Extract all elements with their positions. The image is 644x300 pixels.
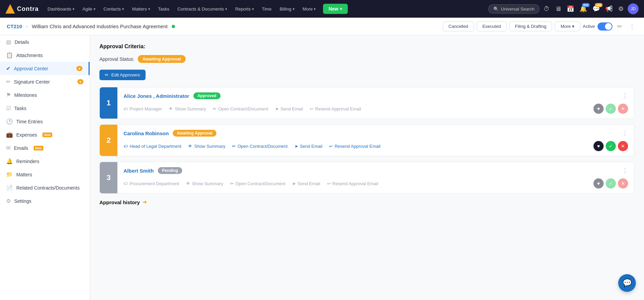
- approver-more-options-1[interactable]: ⋮: [622, 92, 628, 100]
- breadcrumb-bar: CT210 - William Chris and Advanced Indus…: [0, 18, 644, 35]
- reply-icon: ↩: [329, 144, 333, 149]
- sidebar-item-matters[interactable]: 📁 Matters: [0, 168, 90, 181]
- timer-icon-btn[interactable]: ⏱: [542, 4, 551, 14]
- approver-status-1: Approved: [193, 92, 221, 99]
- approve-btn-3[interactable]: ✓: [606, 178, 616, 189]
- nav-tasks[interactable]: Tasks: [155, 4, 173, 14]
- nav-agile[interactable]: Agile ▾: [79, 4, 99, 14]
- approver-number-3: 3: [100, 162, 117, 193]
- sidebar-item-reminders[interactable]: 🔔 Reminders: [0, 155, 90, 168]
- approver-name-2[interactable]: Carolina Robinson: [124, 130, 169, 136]
- approver-card-1: 1 Alice Jones , Administrator Approved ⋮…: [99, 87, 634, 119]
- chevron-down-icon: ▾: [314, 7, 316, 11]
- edit-icon-btn[interactable]: ✏: [615, 21, 624, 32]
- matter-title: William Chris and Advanced Industries Pu…: [32, 23, 168, 29]
- nav-billing[interactable]: Billing ▾: [276, 4, 298, 14]
- approver-actions-3: 🏷 Procurement Department 👁 Show Summary …: [124, 178, 628, 189]
- edit-approvers-button[interactable]: ✏ Edit Approvers: [99, 70, 146, 80]
- open-contract-link-2[interactable]: ✏ Open Contract/Document: [232, 144, 287, 149]
- tag-icon: 🏷: [124, 106, 128, 111]
- approver-name-1[interactable]: Alice Jones , Administrator: [124, 93, 189, 99]
- approver-number-1: 1: [100, 87, 117, 119]
- chevron-down-icon: ▾: [148, 7, 150, 11]
- nav-dashboards[interactable]: Dashboards ▾: [44, 4, 78, 14]
- approve-btn-1[interactable]: ✓: [606, 104, 616, 114]
- sidebar-item-time-entries[interactable]: 🕐 Time Entries: [0, 115, 90, 128]
- notifications-btn[interactable]: 🔔 809: [578, 4, 588, 14]
- heart-btn-3[interactable]: ♥: [593, 178, 604, 189]
- main-layout: ▤ Details 📋 Attachments ✔ Approval Cente…: [0, 35, 644, 300]
- approver-header-2: Carolina Robinson Awaiting Approval ⋮: [124, 129, 628, 137]
- document-icon: ✏: [232, 144, 236, 149]
- show-summary-link-1[interactable]: 👁 Show Summary: [169, 106, 206, 111]
- breadcrumb-separator: -: [26, 24, 28, 29]
- active-toggle[interactable]: Active: [583, 22, 612, 31]
- approver-more-options-3[interactable]: ⋮: [622, 167, 628, 174]
- sidebar-item-related-contracts[interactable]: 📄 Related Contracts/Documents: [0, 181, 90, 194]
- approver-actions-1: 🏷 Project Manager 👁 Show Summary ✏ Open …: [124, 104, 628, 114]
- user-avatar[interactable]: JD: [628, 3, 639, 14]
- expenses-icon: 💼: [6, 131, 13, 138]
- sidebar-item-signature-center[interactable]: ✏ Signature Center ●: [0, 75, 90, 88]
- sidebar-item-approval-center[interactable]: ✔ Approval Center ●: [0, 62, 90, 75]
- active-status-dot: [172, 25, 175, 28]
- filing-drafting-button[interactable]: Filing & Drafting: [509, 21, 552, 31]
- new-button[interactable]: New +: [323, 4, 348, 14]
- reject-btn-1[interactable]: ✕: [618, 104, 628, 114]
- active-toggle-switch[interactable]: [598, 22, 612, 31]
- history-arrow-icon: ➜: [143, 199, 147, 205]
- show-summary-link-2[interactable]: 👁 Show Summary: [188, 144, 225, 149]
- approver-body-3: Albert Smith Pending ⋮ 🏷 Procurement Dep…: [117, 162, 634, 193]
- approver-name-3[interactable]: Albert Smith: [124, 168, 154, 174]
- more-dropdown-button[interactable]: More ▾: [555, 21, 580, 31]
- nav-reports[interactable]: Reports ▾: [232, 4, 257, 14]
- messages-btn[interactable]: 💬 168: [591, 4, 601, 14]
- screen-icon-btn[interactable]: 🖥: [554, 4, 563, 14]
- nav-more[interactable]: More ▾: [299, 4, 319, 14]
- approval-history-link[interactable]: Approval history ➜: [99, 199, 634, 205]
- approval-center-badge: ●: [76, 66, 82, 71]
- reject-btn-3[interactable]: ✕: [618, 178, 628, 189]
- reply-icon: ↩: [310, 106, 314, 111]
- approve-btn-2[interactable]: ✓: [606, 141, 616, 151]
- notification-badge: 809: [582, 3, 590, 7]
- universal-search[interactable]: 🔍 Universal Search: [488, 4, 539, 14]
- approver-number-2: 2: [100, 125, 117, 156]
- reject-btn-2[interactable]: ✕: [618, 141, 628, 151]
- chat-bubble-button[interactable]: 💬: [618, 274, 636, 292]
- nav-time[interactable]: Time: [259, 4, 275, 14]
- show-summary-link-3[interactable]: 👁 Show Summary: [186, 181, 223, 186]
- nav-contacts[interactable]: Contacts ▾: [100, 4, 127, 14]
- sidebar-item-details[interactable]: ▤ Details: [0, 35, 90, 49]
- announcements-icon-btn[interactable]: 📢: [604, 4, 614, 14]
- resend-approval-link-1: ↩ Resend Approval Email: [310, 106, 361, 111]
- send-email-link-2[interactable]: ➤ Send Email: [295, 144, 322, 149]
- resend-approval-link-2[interactable]: ↩ Resend Approval Email: [329, 144, 380, 149]
- matter-id[interactable]: CT210: [7, 23, 22, 29]
- time-entries-icon: 🕐: [6, 118, 13, 125]
- sidebar-item-emails[interactable]: ✉ Emails New: [0, 141, 90, 155]
- approver-more-options-2[interactable]: ⋮: [622, 129, 628, 137]
- sidebar-item-expenses[interactable]: 💼 Expenses New: [0, 128, 90, 141]
- executed-button[interactable]: Executed: [477, 21, 507, 31]
- chevron-down-icon: ▾: [252, 7, 254, 11]
- sidebar-item-attachments[interactable]: 📋 Attachments: [0, 49, 90, 62]
- approver-card-3: 3 Albert Smith Pending ⋮ 🏷 Procurement D…: [99, 162, 634, 194]
- send-icon: ➤: [292, 181, 296, 186]
- sidebar-item-milestones[interactable]: ⚑ Milestones: [0, 88, 90, 102]
- emails-new-badge: New: [34, 146, 43, 151]
- nav-contracts[interactable]: Contracts & Documents ▾: [174, 4, 230, 14]
- cancelled-button[interactable]: Cancelled: [443, 21, 474, 31]
- calendar-icon-btn[interactable]: 📅: [565, 4, 575, 14]
- heart-btn-2[interactable]: ♥: [593, 141, 604, 151]
- nav-matters[interactable]: Matters ▾: [129, 4, 153, 14]
- sidebar-item-tasks[interactable]: ☑ Tasks: [0, 102, 90, 115]
- logo[interactable]: Contra: [5, 4, 39, 14]
- settings-icon-btn[interactable]: ⚙: [617, 4, 625, 14]
- sidebar-item-settings[interactable]: ⚙ Settings: [0, 194, 90, 208]
- heart-btn-1[interactable]: ♥: [593, 104, 604, 114]
- approver-status-2: Awaiting Approval: [173, 130, 216, 137]
- edit-icon: ✏: [105, 72, 109, 77]
- tag-icon: 🏷: [124, 144, 128, 149]
- more-options-icon-btn[interactable]: ⋮: [627, 21, 637, 32]
